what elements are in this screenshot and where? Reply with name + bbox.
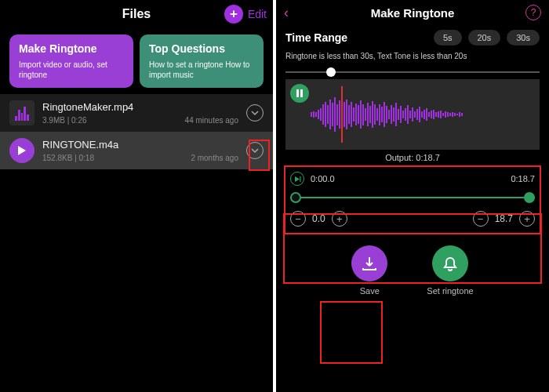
save-label: Save [360, 286, 380, 296]
add-button[interactable]: + [224, 5, 243, 24]
card-make-ringtone[interactable]: Make Ringtone Import video or audio, set… [9, 34, 133, 88]
preset-30s[interactable]: 30s [507, 30, 540, 45]
file-name: RingtoneMaker.mp4 [42, 101, 238, 113]
set-ringtone-label: Set ringtone [427, 286, 473, 296]
plus-icon[interactable]: + [519, 211, 535, 227]
video-thumbnail-icon [9, 100, 35, 125]
trim-start-value: 0.0 [312, 213, 325, 224]
time-range-label: Time Range [285, 31, 427, 44]
card-top-questions[interactable]: Top Questions How to set a ringtone How … [140, 34, 264, 88]
seek-start-icon[interactable] [290, 172, 304, 186]
page-title: Files [122, 7, 151, 21]
file-ago: 2 months ago [191, 154, 238, 162]
trim-end-time: 0:18.7 [511, 174, 535, 183]
chevron-down-icon[interactable] [246, 104, 264, 122]
plus-icon[interactable]: + [332, 211, 347, 227]
file-row[interactable]: RINGTONE.m4a 152.8KB | 0:18 2 months ago [0, 132, 273, 169]
trim-end-value: 18.7 [495, 213, 513, 224]
file-meta: 3.9MB | 0:26 [42, 116, 87, 125]
playhead[interactable] [341, 86, 343, 143]
set-ringtone-button[interactable] [432, 245, 468, 281]
file-ago: 44 minutes ago [185, 116, 238, 125]
preset-5s[interactable]: 5s [434, 30, 462, 45]
edit-button[interactable]: Edit [248, 8, 267, 20]
page-title: Make Ringtone [371, 6, 455, 20]
card-title: Make Ringtone [19, 42, 124, 55]
file-name: RINGTONE.m4a [42, 139, 238, 151]
trim-start-time: 0:00.0 [311, 174, 335, 183]
save-button[interactable] [351, 245, 387, 281]
chevron-down-icon[interactable] [246, 142, 264, 159]
range-slider[interactable] [285, 67, 540, 78]
card-subtitle: Import video or audio, set ringtone [19, 60, 124, 80]
minus-icon[interactable]: − [290, 211, 306, 227]
output-label: Output: 0:18.7 [276, 150, 549, 164]
pause-button[interactable] [290, 84, 309, 103]
preset-20s[interactable]: 20s [468, 30, 501, 45]
file-meta: 152.8KB | 0:18 [42, 154, 94, 162]
file-row[interactable]: RingtoneMaker.mp4 3.9MB | 0:26 44 minute… [0, 94, 273, 132]
minus-icon[interactable]: − [473, 211, 489, 227]
play-icon[interactable] [9, 138, 35, 163]
back-icon[interactable]: ‹ [284, 5, 289, 21]
hint-text: Ringtone is less than 30s, Text Tone is … [276, 50, 549, 65]
card-subtitle: How to set a ringtone How to import musi… [149, 60, 254, 80]
trim-slider[interactable] [290, 191, 535, 205]
svg-rect-0 [300, 176, 300, 182]
help-icon[interactable]: ? [525, 5, 541, 20]
card-title: Top Questions [149, 42, 254, 55]
waveform[interactable] [285, 79, 540, 150]
